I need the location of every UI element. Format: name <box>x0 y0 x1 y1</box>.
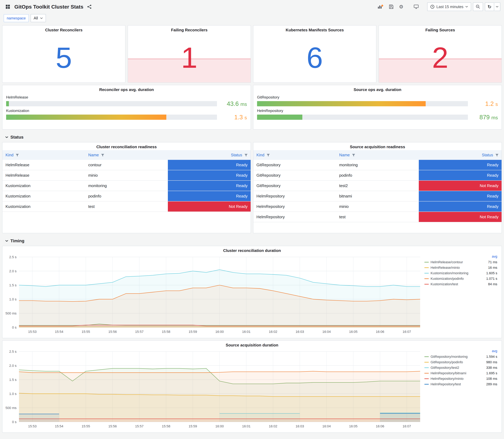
legend-series-name[interactable]: HelmRelease/minio <box>430 266 460 270</box>
cell-name: podinfo <box>85 191 168 201</box>
svg-text:1.0 s: 1.0 s <box>9 392 16 396</box>
refresh-button[interactable]: ↻ <box>485 2 494 11</box>
legend-series-name[interactable]: HelmRepository/minio <box>430 377 464 381</box>
section-title: Timing <box>10 238 24 243</box>
panel-title: Cluster reconciliation duration <box>2 246 502 254</box>
timeseries-plot[interactable]: 15:5315:5415:5515:5615:5715:5815:5916:00… <box>3 348 424 430</box>
legend-series-name[interactable]: HelmRepository/test <box>430 382 461 386</box>
readiness-table: Kind Name Status HelmReleasecontourReady… <box>2 150 251 212</box>
svg-text:16:07: 16:07 <box>403 424 411 428</box>
bar-gauge-track <box>257 101 468 106</box>
table-row: HelmRepositorybitnamiReady <box>253 191 502 201</box>
panel-title: Reconciler ops avg. duration <box>2 85 251 93</box>
filter-icon[interactable] <box>245 154 247 157</box>
table-row: KustomizationpodinfoReady <box>2 191 251 201</box>
table-row: HelmRepositorytestNot Ready <box>253 212 502 222</box>
legend-series-name[interactable]: GitRepository/monitoring <box>430 355 467 359</box>
bar-gauge-label: HelmRepository <box>257 109 498 113</box>
panel-cluster-reconciliation-readiness: Cluster reconciliation readiness Kind Na… <box>2 142 251 233</box>
svg-text:500 ms: 500 ms <box>5 406 16 410</box>
legend-series-marker <box>424 373 429 374</box>
refresh-interval-dropdown[interactable] <box>494 2 500 11</box>
svg-text:15:54: 15:54 <box>55 424 63 428</box>
panel-title: Source acquisition duration <box>2 341 502 348</box>
legend-series-name[interactable]: GitRepository/podinfo <box>430 360 463 364</box>
cycle-view-mode-button[interactable] <box>412 3 420 10</box>
svg-text:15:58: 15:58 <box>162 330 170 334</box>
namespace-variable-select[interactable]: All <box>31 14 46 22</box>
filter-icon[interactable] <box>495 154 499 157</box>
namespace-variable-value: All <box>34 16 38 20</box>
svg-text:2.0 s: 2.0 s <box>9 364 16 367</box>
cell-kind: Kustomization <box>2 181 85 191</box>
legend-item: HelmRepository/test289 ms <box>424 381 497 387</box>
table-row: GitRepositorypodinfoReady <box>253 170 502 181</box>
column-header-kind[interactable]: Kind <box>2 150 85 160</box>
time-range-picker[interactable]: Last 15 minutes <box>427 2 471 11</box>
status-badge: Ready <box>419 191 502 201</box>
column-header-status[interactable]: Status <box>168 150 251 160</box>
dashboard-settings-button[interactable]: ⚙ <box>397 3 405 10</box>
share-dashboard-button[interactable] <box>85 3 94 10</box>
legend-series-name[interactable]: GitRepository/test2 <box>430 366 459 370</box>
refresh-icon: ↻ <box>488 4 492 10</box>
filter-icon[interactable] <box>352 154 355 157</box>
svg-text:2.0 s: 2.0 s <box>9 269 16 273</box>
svg-text:0 s: 0 s <box>12 420 16 424</box>
legend-series-name[interactable]: HelmRepository/bitnami <box>430 371 466 375</box>
legend-item: HelmRepository/bitnami1.695 s <box>424 370 497 376</box>
section-toggle-status[interactable]: Status <box>2 132 502 142</box>
clock-icon <box>430 5 434 9</box>
chart-row-reconciliation: Cluster reconciliation duration 15:5315:… <box>2 246 502 338</box>
legend-series-name[interactable]: Kustomization/test <box>430 282 458 286</box>
plot-canvas[interactable]: 15:5315:5415:5515:5615:5715:5815:5916:00… <box>3 348 424 430</box>
filter-icon[interactable] <box>16 154 19 157</box>
stat-panel-cluster-reconcilers: Cluster Reconcilers 5 <box>2 25 125 83</box>
legend-series-name[interactable]: Kustomization/podinfo <box>430 277 464 281</box>
cell-kind: HelmRepository <box>253 201 336 212</box>
legend-avg-header[interactable]: avg <box>424 255 497 258</box>
panel-source-ops-duration: Source ops avg. duration GitRepository 1… <box>253 85 502 130</box>
add-panel-button[interactable] <box>376 3 385 10</box>
time-range-label: Last 15 minutes <box>436 5 464 9</box>
save-dashboard-button[interactable] <box>387 3 395 10</box>
stat-panel-failing-reconcilers: Failing Reconcilers 1 <box>128 25 251 83</box>
legend-avg-header[interactable]: avg <box>424 349 497 353</box>
legend-series-name[interactable]: Kustomization/monitoring <box>430 271 468 275</box>
bar-gauge-helmrepository: HelmRepository 879 ms <box>257 109 498 121</box>
cell-kind: HelmRepository <box>253 212 336 222</box>
column-header-name[interactable]: Name <box>336 150 419 160</box>
legend-series-marker <box>424 384 429 385</box>
svg-text:16:02: 16:02 <box>269 424 277 428</box>
filter-icon[interactable] <box>101 154 104 157</box>
timeseries-plot[interactable]: 15:5315:5415:5515:5615:5715:5815:5916:00… <box>3 254 424 335</box>
cell-name: test <box>85 201 168 212</box>
plot-canvas[interactable]: 15:5315:5415:5515:5615:5715:5815:5916:00… <box>3 254 424 335</box>
column-header-status[interactable]: Status <box>419 150 502 160</box>
dashboard-toolbar: ⚙ Last 15 minutes ↻ <box>376 2 500 11</box>
legend-series-name[interactable]: HelmRelease/contour <box>430 260 463 264</box>
status-badge: Ready <box>419 170 502 180</box>
bar-gauge-kustomization: Kustomization 1.3 s <box>6 109 247 121</box>
legend-series-marker <box>424 284 429 284</box>
apps-menu-button[interactable] <box>4 3 12 10</box>
table-row: GitRepositorymonitoringReady <box>253 160 502 170</box>
svg-text:16:01: 16:01 <box>242 424 250 428</box>
bar-gauge-value: 1.3 s <box>221 114 247 121</box>
svg-text:15:55: 15:55 <box>82 424 90 428</box>
svg-text:15:54: 15:54 <box>55 330 63 334</box>
filter-icon[interactable] <box>267 154 270 157</box>
template-variables-row: namespace All <box>0 13 504 25</box>
cell-kind: HelmRelease <box>2 170 85 181</box>
cell-name: contour <box>85 160 168 170</box>
namespace-variable-label[interactable]: namespace <box>4 14 29 22</box>
monitor-icon <box>414 4 419 9</box>
section-toggle-timing[interactable]: Timing <box>2 235 502 246</box>
zoom-out-time-button[interactable] <box>473 2 483 11</box>
cell-kind: HelmRelease <box>2 160 85 170</box>
column-header-kind[interactable]: Kind <box>253 150 336 160</box>
legend-series-marker <box>424 262 429 262</box>
column-header-name[interactable]: Name <box>85 150 168 160</box>
svg-text:15:59: 15:59 <box>189 424 197 428</box>
table-row: HelmReleaseminioReady <box>2 170 251 181</box>
